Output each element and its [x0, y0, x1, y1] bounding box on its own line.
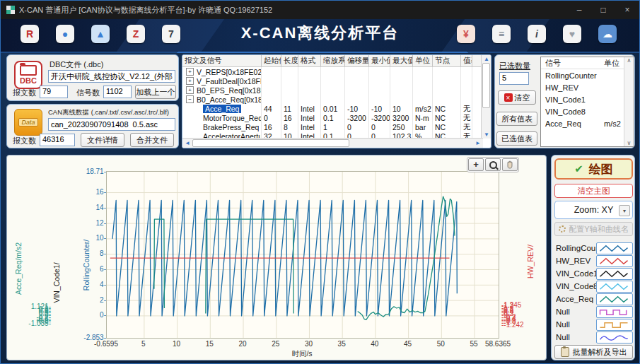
- configure-axes-label: 配置Y轴和曲线名: [569, 224, 628, 235]
- list-item[interactable]: VIN_Code8: [541, 105, 634, 117]
- list-item[interactable]: RollingCounter: [541, 69, 634, 81]
- donate-icon[interactable]: ♥: [563, 25, 581, 43]
- legend-row-null: Null: [552, 331, 636, 344]
- batch-export-button[interactable]: 批量解析及导出: [554, 345, 633, 359]
- zoom-tool-button[interactable]: [485, 158, 501, 171]
- table-row[interactable]: −B0_Acce_Req[0x18F103E: [182, 95, 491, 104]
- cell: [345, 86, 369, 95]
- can-data-icon[interactable]: Data: [14, 109, 42, 136]
- hw-rev-axis-ticks: -1.345-1.2-1-0.8-0.6-0.4-0.2-0--0.2--0.4…: [501, 171, 540, 337]
- draw-button[interactable]: ✔ 绘图: [554, 158, 633, 180]
- dbc-file-icon[interactable]: DBC: [14, 61, 42, 89]
- clipboard-icon: [561, 347, 569, 357]
- column-header-2[interactable]: 长度: [281, 55, 298, 66]
- legend-curve-icon[interactable]: [596, 268, 633, 280]
- legend-curve-icon[interactable]: [596, 242, 633, 254]
- column-header-0[interactable]: 报文及信号: [182, 55, 262, 66]
- tick-label: 0-: [100, 311, 106, 319]
- legend-curve-icon[interactable]: [596, 319, 633, 331]
- legend-curve-icon[interactable]: [596, 306, 633, 318]
- list-item[interactable]: VIN_Code1: [541, 93, 634, 105]
- table-row[interactable]: +V_REPS[0x18FE02A0]: [182, 67, 491, 76]
- dbc-sig-count: 1102: [103, 86, 132, 98]
- column-header-3[interactable]: 格式: [298, 55, 321, 66]
- legend-curve-icon[interactable]: [596, 255, 633, 267]
- tick-label: 4-: [100, 281, 106, 288]
- tree-expander-icon[interactable]: +: [186, 68, 194, 76]
- crosshair-tool-button[interactable]: +: [468, 158, 484, 171]
- legend-row-acce_req: Acce_Req: [552, 293, 636, 305]
- cell: [281, 95, 298, 104]
- tree-expander-icon[interactable]: +: [186, 77, 194, 85]
- clear-selection-button[interactable]: × 清空: [498, 90, 536, 105]
- chevron-down-icon[interactable]: ▾: [619, 205, 630, 216]
- list-item[interactable]: Acce_Reqm/s2: [541, 117, 634, 129]
- message-name: B0_Acce_Req[0x18F103E: [197, 95, 261, 104]
- legend-curve-icon[interactable]: [596, 281, 633, 293]
- table-row[interactable]: +B0_EPS_Req[0x18F101B0: [182, 86, 491, 95]
- selection-panel: 已选数量 5 × 清空 所有值表 已选值表 信号 单位 RollingCount…: [494, 54, 635, 148]
- legend-row-null: Null: [552, 305, 636, 318]
- column-header-4[interactable]: 缩放系数: [321, 55, 345, 66]
- cell: 10: [390, 104, 413, 113]
- cell: bar: [413, 122, 433, 131]
- plot-area[interactable]: [106, 171, 499, 339]
- minimize-button[interactable]: –: [567, 1, 591, 19]
- payment-icon[interactable]: ¥: [457, 25, 475, 43]
- configure-axes-button[interactable]: 配置Y轴和曲线名: [554, 222, 633, 236]
- table-row[interactable]: Acce_Req4411Intel0.01-10-1010m/s2NC无: [182, 104, 491, 113]
- can-file-input[interactable]: [48, 118, 175, 131]
- column-header-6[interactable]: 最小值: [369, 55, 390, 66]
- dbc-file-input[interactable]: [48, 70, 175, 83]
- table-horizontal-scrollbar[interactable]: ◄ ►: [182, 138, 483, 148]
- info-icon[interactable]: i: [528, 25, 546, 43]
- message-signal-cell: +V_FaultDeal[0x18FE34AC: [182, 76, 262, 86]
- tree-expander-icon[interactable]: −: [186, 95, 194, 103]
- table-row[interactable]: +V_FaultDeal[0x18FE34AC: [182, 76, 491, 86]
- column-header-7[interactable]: 最大值: [390, 55, 413, 66]
- legend-curve-icon[interactable]: [596, 331, 633, 344]
- selected-value-tables-button[interactable]: 已选值表: [496, 131, 537, 146]
- selected-count-label: 已选数量: [499, 61, 530, 71]
- dbc-icon-label: DBC: [20, 76, 37, 85]
- cell: N-m: [413, 113, 433, 122]
- column-header-10[interactable]: 值表: [461, 55, 472, 66]
- column-header-8[interactable]: 单位: [413, 55, 433, 66]
- load-previous-button[interactable]: 加载上一个: [135, 85, 176, 99]
- clear-main-plot-button[interactable]: 清空主图: [554, 184, 633, 198]
- maximize-button[interactable]: □: [591, 1, 615, 19]
- pan-tool-button[interactable]: [502, 158, 518, 171]
- close-button[interactable]: ×: [615, 1, 639, 19]
- cell: 无: [461, 122, 472, 131]
- list-scrollbar[interactable]: ∧∨: [624, 57, 634, 146]
- cell: -3200: [369, 113, 390, 122]
- list-icon[interactable]: ≡: [492, 25, 511, 43]
- column-header-1[interactable]: 起始位: [262, 55, 281, 66]
- signal-column-header: 信号: [545, 58, 604, 69]
- tree-expander-icon[interactable]: +: [186, 86, 194, 94]
- legend-row-vin_code8: VIN_Code8: [552, 280, 636, 293]
- column-header-5[interactable]: 偏移量: [345, 55, 369, 66]
- app-window: X-CAN 普通用户 [CAN协议与数据离线分析平台]-by 许晓通 QQ:19…: [0, 0, 640, 364]
- cell: [321, 76, 345, 86]
- legend-curve-icon[interactable]: [596, 293, 633, 305]
- tick-label: 2-: [100, 296, 106, 304]
- signal-name[interactable]: BrakePress_Req: [203, 123, 259, 131]
- cloud-icon[interactable]: ☁: [598, 25, 617, 43]
- signal-name[interactable]: MotorTorque_Req: [203, 114, 261, 122]
- legend-label: Null: [556, 333, 596, 341]
- cell: 3200: [390, 113, 413, 122]
- merge-file-button[interactable]: 合并文件: [130, 133, 174, 147]
- zoom-mode-select[interactable]: Zoom: XY ▾: [554, 201, 633, 219]
- cell: [390, 67, 413, 76]
- table-vertical-scrollbar[interactable]: ▲ ▼: [481, 55, 491, 139]
- file-detail-button[interactable]: 文件详情: [81, 133, 124, 147]
- table-row[interactable]: BrakePress_Req168Intel100250barNC无: [182, 122, 491, 131]
- list-item[interactable]: HW_REV: [541, 81, 634, 93]
- table-row[interactable]: MotorTorque_Req016Intel0.1-3200-32003200…: [182, 113, 491, 122]
- column-header-9[interactable]: 节点: [433, 55, 461, 66]
- cell: [262, 67, 281, 76]
- signal-name[interactable]: Acce_Req: [203, 105, 241, 113]
- batch-export-label: 批量解析及导出: [573, 347, 627, 358]
- all-value-tables-button[interactable]: 所有值表: [496, 112, 537, 126]
